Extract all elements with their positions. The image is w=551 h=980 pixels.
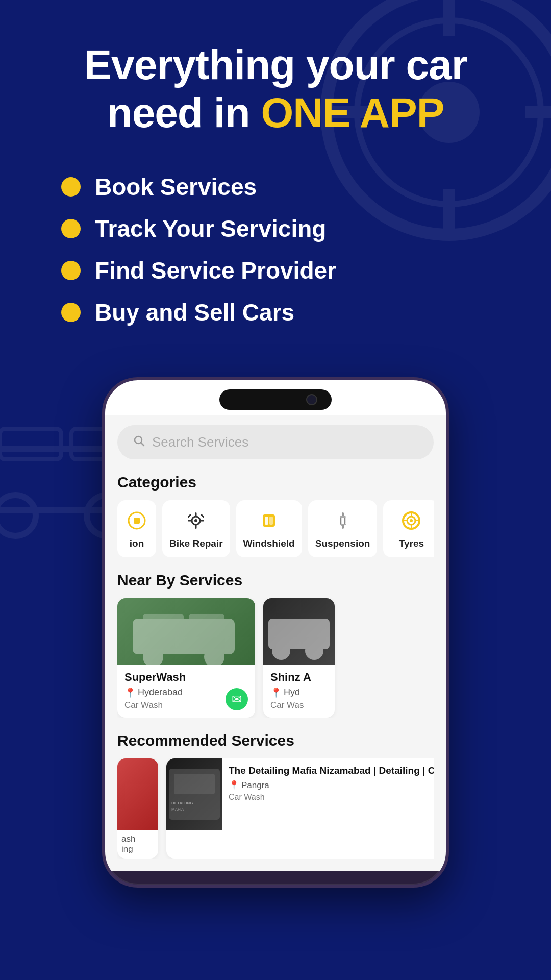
svg-rect-20 [188,520,192,521]
rec-image-detailing: DETAILING MAFIA [166,758,222,830]
service-name-superwash: SuperWash [124,671,248,684]
search-icon [133,434,145,450]
feature-list: Book Services Track Your Servicing Find … [31,173,520,326]
svg-point-34 [410,519,413,522]
phone-mockup: Search Services Categories io [102,377,449,888]
service-card-shinz[interactable]: Shinz A 📍 Hyd Car Was [263,598,335,718]
svg-rect-24 [263,514,275,527]
svg-rect-23 [201,513,205,518]
svg-text:MAFIA: MAFIA [171,807,184,812]
rec-type-detailing: Car Wash [229,793,434,802]
svg-rect-31 [342,525,344,529]
svg-rect-42 [143,614,184,634]
location-pin-icon: 📍 [229,780,239,791]
service-name-shinz: Shinz A [270,671,328,684]
whatsapp-icon: ✉ [232,692,242,706]
category-label-partial: ion [130,538,144,549]
category-item-tyres[interactable]: Tyres [383,500,434,557]
tyre-icon [399,508,423,533]
rec-img-placeholder: DETAILING MAFIA [166,758,222,830]
rec-label-partial: ash ing [117,830,158,859]
whatsapp-button-superwash[interactable]: ✉ [226,688,248,710]
bullet-icon [61,261,81,280]
rec-card-inner: DETAILING MAFIA The Detailing Mafia Niza… [166,758,434,830]
svg-rect-26 [269,517,273,525]
category-item-suspension[interactable]: Suspension [308,500,378,557]
category-label-windshield: Windshield [243,538,295,549]
svg-rect-15 [134,518,140,524]
svg-point-46 [305,642,323,660]
svg-rect-43 [189,614,224,634]
feature-track: Track Your Servicing [61,215,520,242]
svg-point-17 [194,519,197,522]
categories-title: Categories [117,474,434,491]
rec-name-detailing: The Detailing Mafia Nizamabad | Detailin… [229,765,434,777]
service-location-shinz: 📍 Hyd [270,687,328,698]
rec-card-detailing[interactable]: DETAILING MAFIA The Detailing Mafia Niza… [166,758,434,859]
svg-line-13 [141,443,144,446]
category-item-bike-repair[interactable]: Bike Repair [162,500,230,557]
suspension-icon [331,508,355,533]
location-pin-icon: 📍 [270,687,282,698]
svg-text:DETAILING: DETAILING [171,801,193,805]
nearby-title: Near By Services [117,572,434,589]
feature-find: Find Service Provider [61,257,520,284]
bullet-icon [61,219,81,238]
service-image-shinz [263,598,335,665]
notch-pill [219,389,332,410]
search-bar[interactable]: Search Services [117,425,434,459]
categories-row: ion [117,500,434,557]
nearby-row: SuperWash 📍 Hyderabad Car Wash ✉ [117,598,434,718]
service-image-superwash [117,598,255,665]
svg-rect-29 [340,516,346,518]
rec-location-detailing: 📍 Pangra [229,780,434,791]
svg-rect-25 [265,517,268,525]
recommended-row: ash ing DETAILING [117,758,434,859]
phone-notch [105,380,446,415]
category-item-partial[interactable]: ion [117,500,156,557]
phone-screen: Search Services Categories io [105,415,446,871]
rec-image-partial [117,758,158,830]
rec-card-partial-left[interactable]: ash ing [117,758,158,859]
hero-title: Everything your car need in ONE APP [31,41,520,137]
bullet-icon [61,303,81,322]
category-label-suspension: Suspension [315,538,370,549]
svg-rect-48 [174,774,215,794]
search-placeholder: Search Services [152,434,248,450]
category-icon-partial [124,508,149,533]
svg-rect-21 [200,520,204,521]
svg-point-45 [272,642,290,660]
phone-mockup-container: Search Services Categories io [31,367,520,888]
service-type-shinz: Car Was [270,700,328,710]
category-item-windshield[interactable]: Windshield [236,500,302,557]
recommended-title: Recommended Services [117,732,434,749]
category-label-bike-repair: Bike Repair [169,538,223,549]
svg-rect-22 [188,513,192,518]
feature-buy: Buy and Sell Cars [61,299,520,326]
location-pin-icon: 📍 [124,687,136,698]
rec-info-detailing: The Detailing Mafia Nizamabad | Detailin… [222,758,434,830]
svg-rect-18 [195,512,197,517]
feature-book: Book Services [61,173,520,201]
windshield-icon [257,508,281,533]
bullet-icon [61,177,81,197]
gear-icon [184,508,208,533]
service-info-shinz: Shinz A 📍 Hyd Car Was [263,665,335,718]
category-label-tyres: Tyres [399,538,424,549]
service-card-superwash[interactable]: SuperWash 📍 Hyderabad Car Wash ✉ [117,598,255,718]
svg-rect-19 [195,525,197,529]
